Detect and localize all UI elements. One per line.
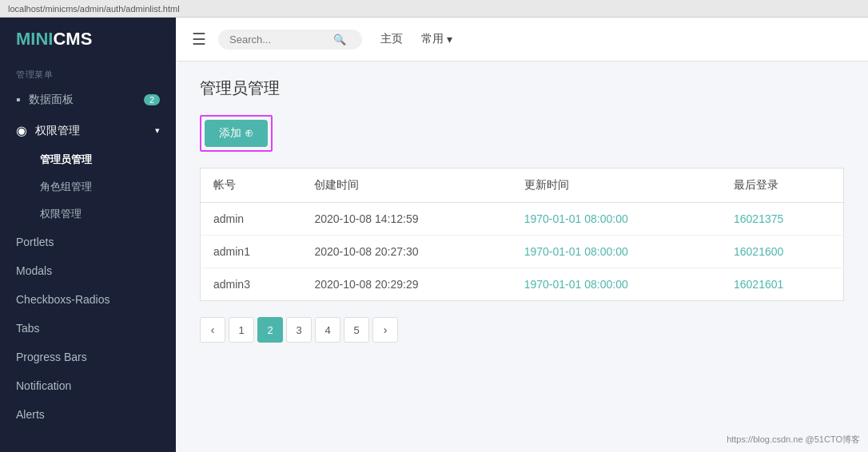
add-button-wrapper: 添加 ⊕ [200,115,273,152]
add-button[interactable]: 添加 ⊕ [205,120,268,147]
col-updated: 更新时间 [512,169,721,203]
cell-last-login: 16021375 [721,203,844,236]
sidebar-item-portlets[interactable]: Portlets [0,228,176,256]
col-last-login: 最后登录 [721,169,844,203]
permission-icon: ◉ [16,123,27,138]
browser-bar: localhost/minicms/admin/auth/adminlist.h… [0,0,868,18]
dashboard-badge: 2 [144,94,160,105]
dashboard-icon: ▪ [16,93,21,107]
sidebar-label-portlets: Portlets [16,236,54,248]
app-container: MINICMS 管理菜单 ▪ 数据面板 2 ◉ 权限管理 ▾ 管理员管理 角色组… [0,18,868,452]
pagination-page-1[interactable]: 1 [229,317,254,343]
nav-common[interactable]: 常用 ▾ [421,32,452,46]
admin-table: 帐号 创建时间 更新时间 最后登录 admin 2020-10-08 14:12… [200,168,844,301]
nav-home[interactable]: 主页 [374,28,409,50]
page-title: 管理员管理 [200,77,844,99]
sidebar-label-admin-manage: 管理员管理 [40,153,92,165]
pagination-page-3[interactable]: 3 [286,317,312,343]
sidebar-label-progress-bars: Progress Bars [16,351,87,363]
cell-updated: 1970-01-01 08:00:00 [512,268,721,301]
nav-common-label: 常用 [421,32,444,46]
table-row: admin 2020-10-08 14:12:59 1970-01-01 08:… [201,203,844,236]
table-header: 帐号 创建时间 更新时间 最后登录 [201,169,844,203]
permission-chevron-icon: ▾ [155,125,160,136]
sidebar-label-notification: Notification [16,379,71,392]
cell-last-login: 16021601 [721,268,844,301]
cell-last-login: 16021600 [721,236,844,268]
sidebar: MINICMS 管理菜单 ▪ 数据面板 2 ◉ 权限管理 ▾ 管理员管理 角色组… [0,18,176,452]
cell-created: 2020-10-08 20:27:30 [301,236,511,268]
sidebar-item-modals[interactable]: Modals [0,256,176,285]
sidebar-item-progress-bars[interactable]: Progress Bars [0,343,176,371]
sidebar-item-role-manage[interactable]: 角色组管理 [0,173,176,200]
sidebar-label-checkboxs: Checkboxs-Radios [16,293,110,306]
search-input[interactable] [229,34,333,46]
search-box: 🔍 [218,30,362,50]
table-row: admin3 2020-10-08 20:29:29 1970-01-01 08… [201,268,844,301]
cell-updated: 1970-01-01 08:00:00 [512,236,721,268]
logo-cms: CMS [53,29,92,49]
pagination-page-5[interactable]: 5 [344,317,369,343]
sidebar-label-modals: Modals [16,264,52,277]
sidebar-item-permission[interactable]: ◉ 权限管理 ▾ [0,115,176,146]
cell-account: admin1 [201,236,302,268]
sidebar-label-tabs: Tabs [16,322,40,335]
pagination-page-4[interactable]: 4 [315,317,340,343]
sidebar-label-alerts: Alerts [16,408,45,421]
logo-mini: MINI [16,29,53,49]
sidebar-label-perm-manage: 权限管理 [40,208,82,220]
col-account: 帐号 [201,169,302,203]
sidebar-label-role-manage: 角色组管理 [40,180,92,192]
sidebar-section-label: 管理菜单 [0,61,176,85]
watermark: https://blog.csdn.ne @51CTO博客 [727,434,860,446]
table-row: admin1 2020-10-08 20:27:30 1970-01-01 08… [201,236,844,268]
sidebar-item-notification[interactable]: Notification [0,371,176,400]
top-navbar: ☰ 🔍 主页 常用 ▾ [176,18,868,61]
pagination-next[interactable]: › [372,317,398,343]
sidebar-item-alerts[interactable]: Alerts [0,400,176,429]
sidebar-label-permission: 权限管理 [35,124,80,138]
cell-account: admin3 [201,268,302,301]
table-body: admin 2020-10-08 14:12:59 1970-01-01 08:… [201,203,844,301]
cell-created: 2020-10-08 20:29:29 [301,268,511,301]
sidebar-item-admin-manage[interactable]: 管理员管理 [0,146,176,173]
cell-updated: 1970-01-01 08:00:00 [512,203,721,236]
nav-common-chevron-icon: ▾ [447,33,452,46]
sidebar-item-tabs[interactable]: Tabs [0,314,176,343]
pagination-page-2[interactable]: 2 [257,317,283,343]
sidebar-label-dashboard: 数据面板 [29,93,74,107]
search-icon: 🔍 [333,34,346,46]
hamburger-icon[interactable]: ☰ [192,30,206,49]
sidebar-logo: MINICMS [0,18,176,61]
cell-account: admin [201,203,302,236]
cell-created: 2020-10-08 14:12:59 [301,203,511,236]
sidebar-item-checkboxs[interactable]: Checkboxs-Radios [0,285,176,314]
sidebar-item-dashboard[interactable]: ▪ 数据面板 2 [0,85,176,115]
pagination-prev[interactable]: ‹ [200,317,225,343]
sidebar-item-perm-manage[interactable]: 权限管理 [0,200,176,228]
page-content: 管理员管理 添加 ⊕ 帐号 创建时间 更新时间 最后登录 adm [176,61,868,452]
pagination: ‹ 1 2 3 4 5 › [200,317,844,343]
main-content: ☰ 🔍 主页 常用 ▾ 管理员管理 添加 ⊕ 帐号 [176,18,868,452]
col-created: 创建时间 [301,169,511,203]
browser-url: localhost/minicms/admin/auth/adminlist.h… [8,4,180,14]
